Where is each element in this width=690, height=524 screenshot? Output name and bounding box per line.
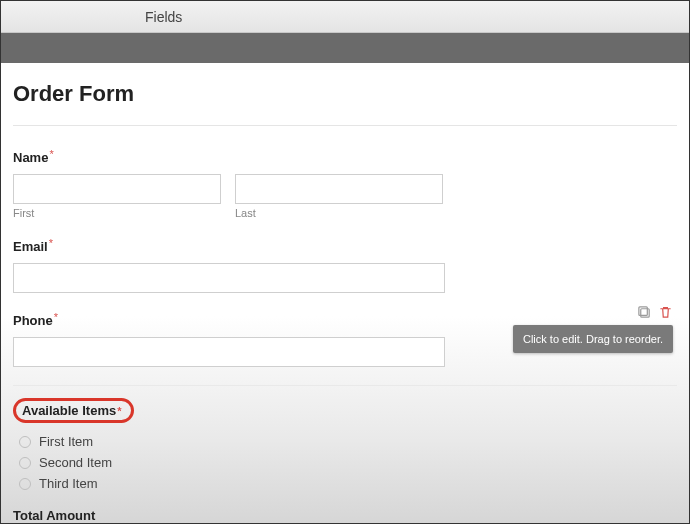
field-email[interactable]: Email* bbox=[13, 237, 677, 293]
available-items-label: Available Items bbox=[22, 403, 116, 418]
required-asterisk: * bbox=[49, 148, 53, 160]
phone-label: Phone bbox=[13, 313, 53, 328]
first-name-input[interactable] bbox=[13, 174, 221, 204]
editor-topbar: Fields bbox=[1, 1, 689, 33]
required-asterisk: * bbox=[49, 237, 53, 249]
last-name-input[interactable] bbox=[235, 174, 443, 204]
name-label: Name bbox=[13, 150, 48, 165]
reorder-tooltip: Click to edit. Drag to reorder. bbox=[513, 325, 673, 353]
field-available-items[interactable]: Available Items* First Item Second Item … bbox=[13, 385, 677, 523]
email-label: Email bbox=[13, 239, 48, 254]
radio-icon[interactable] bbox=[19, 436, 31, 448]
first-name-sublabel: First bbox=[13, 207, 221, 219]
option-first-item[interactable]: First Item bbox=[13, 431, 677, 452]
field-name[interactable]: Name* First Last bbox=[13, 148, 677, 219]
option-third-item[interactable]: Third Item bbox=[13, 473, 677, 494]
editor-menubar bbox=[1, 33, 689, 63]
title-divider bbox=[13, 125, 677, 126]
option-label: Second Item bbox=[39, 455, 112, 470]
radio-icon[interactable] bbox=[19, 478, 31, 490]
total-amount-label: Total Amount bbox=[13, 508, 677, 523]
form-canvas[interactable]: Order Form Name* First Last Email* bbox=[1, 63, 689, 523]
radio-icon[interactable] bbox=[19, 457, 31, 469]
last-name-sublabel: Last bbox=[235, 207, 443, 219]
form-title[interactable]: Order Form bbox=[13, 81, 677, 107]
email-input[interactable] bbox=[13, 263, 445, 293]
option-label: First Item bbox=[39, 434, 93, 449]
phone-input[interactable] bbox=[13, 337, 445, 367]
field-phone[interactable]: Phone* Click to edit. Drag to reorder. bbox=[13, 311, 677, 367]
trash-icon[interactable] bbox=[658, 305, 673, 320]
field-actions bbox=[637, 305, 673, 320]
duplicate-icon[interactable] bbox=[637, 305, 652, 320]
option-second-item[interactable]: Second Item bbox=[13, 452, 677, 473]
required-asterisk: * bbox=[54, 311, 58, 323]
required-asterisk: * bbox=[117, 405, 121, 417]
tab-fields[interactable]: Fields bbox=[145, 9, 182, 25]
available-items-label-highlight: Available Items* bbox=[13, 398, 134, 423]
option-label: Third Item bbox=[39, 476, 98, 491]
available-items-options: First Item Second Item Third Item bbox=[13, 431, 677, 494]
